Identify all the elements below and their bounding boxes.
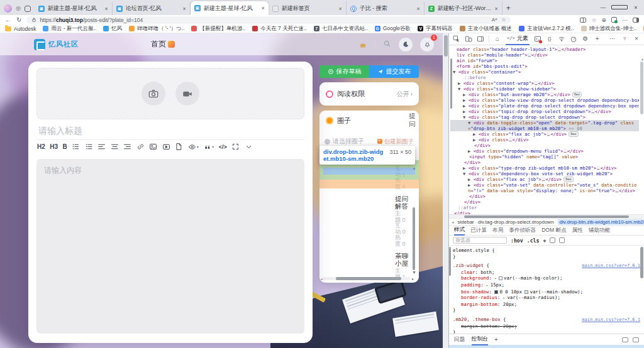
dom-tree-node[interactable]: ▶ <div class="flex ac jsb">…</div>flex bbox=[450, 131, 639, 137]
dom-tree[interactable]: ▲ eader class="header header-layout-1">…… bbox=[449, 45, 644, 214]
drawer-tab[interactable]: 问题 bbox=[454, 336, 465, 344]
css-rule[interactable]: .mb20, .theme-box {main.min.css?ver=7.6.… bbox=[453, 317, 640, 334]
heading-3-button[interactable]: H3 bbox=[50, 143, 58, 150]
tab-close-icon[interactable]: × bbox=[417, 6, 420, 12]
inspect-icon[interactable] bbox=[453, 35, 460, 43]
profile-avatar[interactable] bbox=[4, 4, 12, 13]
upload-photo-button[interactable] bbox=[142, 82, 165, 106]
styles-tab-2[interactable]: 布局 bbox=[492, 227, 503, 234]
tab-elements[interactable]: </>元素 bbox=[506, 33, 530, 45]
dom-left-scrollbar[interactable] bbox=[450, 58, 452, 109]
ordered-list-icon[interactable] bbox=[85, 143, 93, 151]
favorite-star-icon[interactable]: ☆ bbox=[501, 17, 506, 23]
quote-icon[interactable]: ▾ bbox=[203, 143, 214, 151]
bookmark-item[interactable]: Autodesk bbox=[5, 26, 36, 32]
css-property[interactable]: clear: both; bbox=[453, 269, 640, 276]
tab-actions-icon[interactable] bbox=[25, 6, 31, 12]
breadcrumb-item[interactable]: div.tag-drop.drop-select.dropdown bbox=[478, 219, 554, 225]
stylesheet-link[interactable]: main.min.css?ver=7.6.1 bbox=[578, 263, 640, 269]
bookmark-item[interactable]: 主攻小镇维基 概述 bbox=[460, 25, 512, 33]
circle-list-item[interactable]: 茶聊小屋主题1 bbox=[395, 252, 409, 280]
stylesheet-link[interactable]: main.min.css?ver=7.6.1 bbox=[578, 317, 640, 324]
bookmark-item[interactable]: 【新提醒】单机游.. bbox=[191, 25, 245, 33]
dom-tree-node[interactable]: </div> bbox=[450, 193, 639, 199]
settings-gear-icon[interactable]: ⚙ bbox=[582, 35, 589, 43]
browser-tab[interactable]: ▣新建主题-星球-忆风× bbox=[35, 2, 113, 15]
link-icon[interactable] bbox=[136, 143, 145, 151]
copilot-sidebar-icon[interactable] bbox=[633, 18, 639, 23]
css-rule[interactable]: element.style {} bbox=[453, 247, 640, 259]
page-scrollbar[interactable] bbox=[443, 33, 448, 348]
css-property[interactable]: background: ▸ var(--main-bg-color); bbox=[453, 275, 640, 282]
css-rule[interactable]: .zib-widget {main.min.css?ver=7.6.1clear… bbox=[453, 263, 640, 313]
css-property[interactable]: margin-bottom: 20px; bbox=[453, 324, 640, 330]
styles-tab-6[interactable]: 辅助功能 bbox=[589, 227, 610, 234]
bookmark-item[interactable]: V字幕转码器 bbox=[418, 25, 453, 33]
bookmark-item[interactable]: 7七日杀中文资讯站.. bbox=[314, 25, 368, 33]
submit-publish-button[interactable]: 提交发布 bbox=[369, 65, 419, 78]
bookmark-item[interactable]: GGoogle谷歌 bbox=[375, 25, 411, 33]
styles-tab-5[interactable]: 属性 bbox=[572, 227, 583, 234]
nav-home[interactable]: 首页 bbox=[151, 39, 175, 50]
styles-vertical-scrollbar[interactable] bbox=[640, 247, 643, 278]
dom-tree-node[interactable]: </div> bbox=[450, 199, 639, 205]
css-property[interactable]: padding: ▸ 15px; bbox=[453, 282, 640, 289]
tab-close-icon[interactable]: × bbox=[262, 5, 265, 11]
dom-tree-node[interactable]: ▶ <div class="flex ac jsb">…</div>flex bbox=[450, 177, 639, 182]
dom-horizontal-scrollbar[interactable] bbox=[449, 214, 644, 219]
heading-2-button[interactable]: H2 bbox=[37, 143, 45, 150]
dom-tree-node[interactable]: liv class="mobile-header">…</div> bbox=[450, 52, 639, 58]
dom-tree-node[interactable]: eader class="header header-layout-1">…</… bbox=[450, 46, 639, 52]
breadcrumb-item[interactable]: sidebar bbox=[458, 219, 474, 225]
dom-tree-node[interactable]: ::before bbox=[450, 75, 639, 80]
cover-upload-area[interactable] bbox=[36, 68, 304, 119]
more-menu-icon[interactable]: ⋯ bbox=[622, 17, 628, 23]
bookmark-item[interactable]: 咩噜咩噜（ '- '）つ.. bbox=[129, 25, 184, 33]
dom-tree-node[interactable]: ▼ <div class="dependency-box vote-set zi… bbox=[450, 171, 639, 177]
dom-vertical-scrollbar[interactable] bbox=[640, 62, 643, 114]
new-style-rule-button[interactable]: + bbox=[543, 237, 546, 244]
browser-tab[interactable]: ▣论坛首页-忆风× bbox=[113, 2, 191, 15]
bookmark-item[interactable]: 今天在 7 天死亡迷.. bbox=[252, 25, 307, 33]
breadcrumb-item[interactable]: div.drop-btn.zib-widget.mb10-sm.mb20 bbox=[558, 219, 644, 225]
bookmark-item[interactable]: 雨云 - 新一代云服.. bbox=[43, 25, 96, 33]
browser-tab[interactable]: Z新建帖子-社区-WordPress主题…× bbox=[425, 2, 502, 15]
home-tab-icon[interactable]: ⌂ bbox=[494, 35, 501, 43]
rendering-toggle-icon[interactable] bbox=[559, 237, 565, 243]
dom-tree-node[interactable]: ▼ <div data-toggle-class="open" data-tar… bbox=[450, 120, 639, 131]
devtools-more-icon[interactable]: ⋯ bbox=[609, 35, 616, 43]
network-tab-icon[interactable] bbox=[558, 35, 565, 43]
dom-tree-node[interactable]: ▶ <div class="but-average mb20">…</div>f… bbox=[450, 92, 639, 97]
fullscreen-icon[interactable] bbox=[231, 143, 240, 151]
align-right-icon[interactable] bbox=[123, 143, 131, 151]
minimize-button[interactable]: — bbox=[595, 4, 611, 11]
styles-rules[interactable]: element.style {}.zib-widget {main.min.cs… bbox=[449, 246, 644, 334]
collections-icon[interactable]: ⊕ bbox=[601, 17, 606, 23]
bookmark-item[interactable]: 绅士游戏合集-绅士.. bbox=[581, 25, 637, 33]
favorites-icon[interactable]: ☆ bbox=[591, 17, 596, 23]
tab-close-icon[interactable]: × bbox=[183, 6, 186, 12]
close-button[interactable]: × bbox=[628, 4, 644, 11]
dock-side-icon[interactable] bbox=[477, 35, 484, 43]
dom-tree-node[interactable]: </div> bbox=[450, 143, 639, 148]
drawer-tab[interactable]: 控制台 bbox=[472, 334, 488, 345]
search-icon[interactable] bbox=[383, 39, 391, 50]
dom-tree-node[interactable]: ▼ <div class="sidebar show-sidebar"> bbox=[450, 86, 639, 92]
workspaces-icon[interactable]: ◎ bbox=[16, 6, 21, 11]
dom-tree-node[interactable]: ▼ <div class="container"> bbox=[450, 69, 639, 75]
dom-tree-node[interactable]: <form id="bbs-posts-edit"> bbox=[450, 63, 639, 69]
styles-tab-4[interactable]: DOM 断点 bbox=[541, 227, 567, 234]
styles-tab-3[interactable]: 事件侦听器 bbox=[509, 227, 536, 234]
drawer-issues-icon[interactable] bbox=[622, 337, 628, 342]
create-circle-button[interactable]: 创建新圈子 bbox=[377, 138, 414, 146]
performance-tab-icon[interactable] bbox=[570, 35, 577, 43]
more-icon[interactable] bbox=[245, 143, 253, 151]
drawer-panel-icon[interactable] bbox=[633, 337, 639, 342]
notifications-bell-icon[interactable]: 1 bbox=[420, 38, 434, 52]
dom-tree-node[interactable]: ▶ <div class="allow-view-drop drop-selec… bbox=[450, 97, 639, 103]
bold-button[interactable]: B bbox=[63, 143, 67, 150]
drawer-add-tab-icon[interactable]: + bbox=[494, 336, 498, 343]
scroll-right-icon[interactable]: ▸ bbox=[412, 276, 414, 281]
bookmark-item[interactable]: 忆风 bbox=[103, 25, 122, 33]
styles-tab-1[interactable]: 已计算 bbox=[470, 227, 487, 234]
